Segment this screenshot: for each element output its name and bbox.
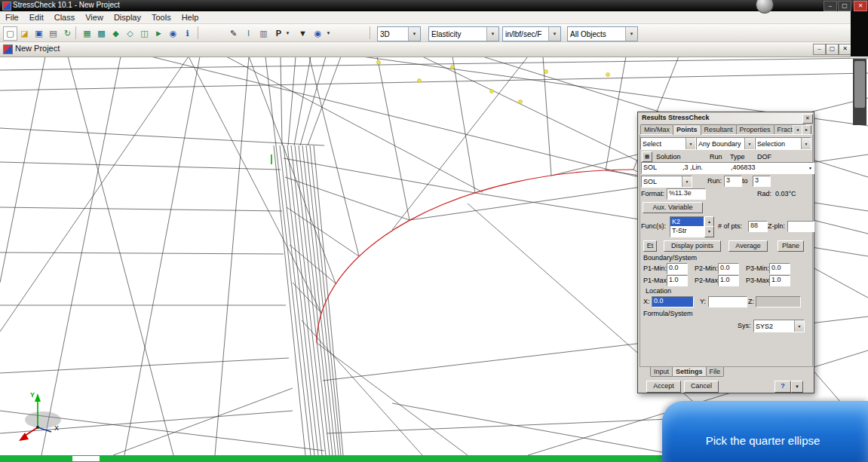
menu-view[interactable]: View (80, 12, 109, 23)
p2-min-field[interactable]: 0.0 (718, 263, 739, 274)
display-points-button[interactable]: Display points (664, 240, 721, 252)
p3-max-field[interactable]: 1.0 (769, 275, 790, 286)
print-icon[interactable]: ▤ (46, 26, 60, 41)
chevron-down-icon[interactable]: ▼ (794, 320, 804, 332)
theory-combo-value: Elasticity (429, 30, 486, 38)
p-dropdown-arrow-icon[interactable]: ▼ (284, 26, 292, 41)
select-mode-combo[interactable]: Select ▼ (640, 137, 696, 150)
maximize-button[interactable]: ▢ (838, 1, 851, 11)
tab-properties[interactable]: Properties (736, 124, 774, 134)
flip-arrow-icon[interactable]: ▼ (296, 26, 310, 41)
results-dialog-titlebar[interactable]: Results StressCheck (639, 113, 813, 124)
solution-list-row[interactable]: SOL ,3 ,Lin. ,406833 ▼ (641, 162, 814, 174)
p3-min-field[interactable]: 0.0 (769, 263, 790, 274)
sol-combo[interactable]: SOL ▼ (641, 176, 692, 188)
constraint-icon[interactable]: ◫ (137, 26, 152, 41)
mdi-titlebar: New Project – ▢ ✕ (0, 41, 851, 57)
average-button[interactable]: Average (728, 240, 768, 252)
cancel-button[interactable]: Cancel (684, 381, 719, 393)
chevron-down-icon[interactable]: ▼ (682, 176, 692, 187)
solution-grid-icon[interactable]: ▦ (642, 151, 652, 162)
view-icon[interactable]: ◉ (311, 26, 325, 41)
help-dropdown-arrow-icon[interactable]: ▾ (791, 381, 803, 393)
columns-icon[interactable]: ▥ (256, 26, 271, 41)
view-dropdown-arrow-icon[interactable]: ▼ (324, 26, 333, 41)
plane-button[interactable]: Plane (778, 240, 804, 252)
p3-max-label: P3-Max: (746, 277, 771, 284)
boundary-system-label: Boundary/System (643, 254, 697, 262)
selection-combo[interactable]: Selection ▼ (755, 137, 811, 150)
chevron-down-icon[interactable]: ▼ (486, 27, 498, 41)
et-button[interactable]: Et (643, 240, 657, 252)
menu-help[interactable]: Help (176, 12, 204, 23)
save-icon[interactable]: ▣ (32, 26, 46, 41)
func-spinner-down-icon[interactable]: ▼ (704, 226, 714, 237)
function-option-selected[interactable]: K2 (670, 217, 704, 226)
tab-resultant[interactable]: Resultant (701, 124, 737, 134)
results-icon[interactable]: ◉ (166, 26, 180, 41)
help-button[interactable]: ? (774, 381, 791, 393)
accept-button[interactable]: Accept (646, 381, 681, 393)
mesh-icon[interactable]: ▩ (94, 26, 109, 41)
open-folder-icon[interactable]: ◪ (17, 26, 32, 41)
dimension-combo[interactable]: 3D ▼ (377, 26, 421, 41)
chevron-down-icon[interactable]: ▼ (808, 164, 812, 173)
chevron-down-icon[interactable]: ▼ (548, 27, 560, 41)
chevron-down-icon[interactable]: ▼ (686, 138, 695, 149)
function-listbox[interactable]: K2 T-Str (670, 216, 704, 237)
chevron-down-icon[interactable]: ▼ (801, 138, 811, 149)
zpln-field[interactable] (787, 221, 814, 232)
sys-combo[interactable]: SYS2 ▼ (753, 320, 805, 332)
vertical-scrollbar[interactable] (853, 59, 866, 125)
tab-input[interactable]: Input (650, 367, 673, 377)
menu-file[interactable]: File (0, 12, 24, 23)
load-icon[interactable]: ◇ (123, 26, 137, 41)
draw-pen-icon[interactable]: ✎ (226, 26, 241, 41)
p2-max-field[interactable]: 1.0 (718, 275, 739, 286)
scrollbar-thumb[interactable] (854, 61, 865, 108)
material-icon[interactable]: ◆ (109, 26, 123, 41)
y-field[interactable] (708, 296, 747, 307)
dialog-close-icon[interactable]: ✕ (802, 114, 813, 124)
tab-points[interactable]: Points (673, 124, 701, 135)
project-icon (3, 44, 13, 54)
x-field[interactable]: 0.0 (652, 296, 694, 307)
menu-class[interactable]: Class (49, 12, 81, 23)
chevron-down-icon[interactable]: ▼ (408, 27, 420, 41)
chevron-down-icon[interactable]: ▼ (625, 27, 637, 41)
menu-display[interactable]: Display (109, 12, 146, 23)
select-edge-icon[interactable]: I (241, 26, 256, 41)
units-combo[interactable]: in/lbf/sec/F ▼ (502, 26, 561, 41)
mdi-minimize-button[interactable]: – (813, 44, 826, 55)
theory-combo[interactable]: Elasticity ▼ (428, 26, 499, 41)
info-icon[interactable]: ℹ (180, 26, 195, 41)
menu-edit[interactable]: Edit (24, 12, 49, 23)
rad-value: 0.03°C (775, 190, 796, 197)
p1-min-field[interactable]: 0.0 (667, 263, 688, 274)
format-field[interactable]: %11.3e (667, 188, 706, 200)
boundary-combo[interactable]: Any Boundary ▼ (696, 137, 755, 150)
aux-variable-button[interactable]: Aux. Variable (643, 202, 703, 213)
run-from-field[interactable]: 3 (724, 176, 742, 187)
z-field[interactable] (756, 296, 801, 307)
close-button[interactable]: ✕ (854, 1, 867, 11)
function-option[interactable]: T-Str (670, 226, 704, 235)
chevron-down-icon[interactable]: ▼ (744, 138, 754, 149)
tab-file[interactable]: File (706, 367, 725, 377)
minimize-button[interactable]: – (824, 1, 837, 11)
mdi-restore-button[interactable]: ▢ (826, 44, 839, 55)
solve-icon[interactable]: ► (152, 26, 166, 41)
objects-combo[interactable]: All Objects ▼ (567, 26, 638, 41)
model-cube-icon[interactable]: ▦ (80, 26, 94, 41)
quarter-ellipse-curve[interactable] (317, 170, 633, 343)
refresh-icon[interactable]: ↻ (60, 26, 75, 41)
mdi-close-button[interactable]: ✕ (839, 44, 851, 55)
num-points-field[interactable]: 88 (748, 221, 768, 232)
new-document-icon[interactable]: ▢ (3, 26, 17, 41)
tab-settings[interactable]: Settings (672, 367, 707, 377)
dof-header: DOF (757, 153, 771, 161)
tab-minmax[interactable]: Min/Max (640, 124, 673, 134)
run-to-field[interactable]: 3 (753, 176, 771, 187)
p1-max-field[interactable]: 1.0 (667, 275, 688, 286)
menu-tools[interactable]: Tools (146, 12, 176, 23)
